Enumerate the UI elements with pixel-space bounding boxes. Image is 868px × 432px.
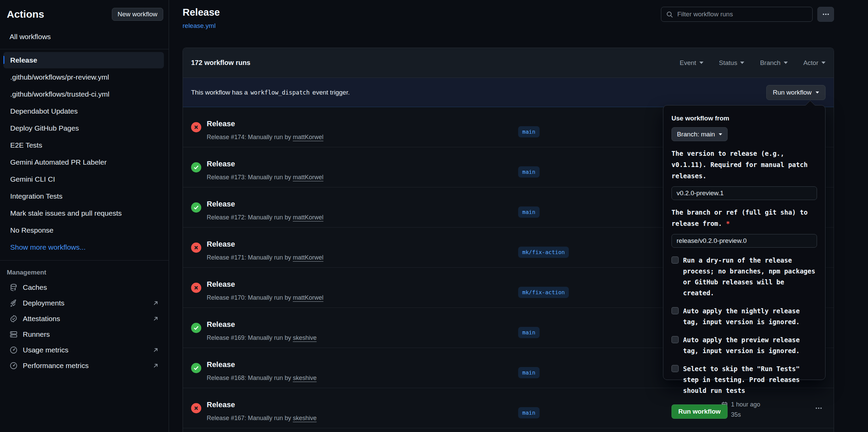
- run-description: Release #172: Manually run by mattKorwel: [207, 214, 323, 221]
- run-workflow-dropdown-button[interactable]: Run workflow: [766, 85, 826, 100]
- sidebar-item-workflow[interactable]: .github/workflows/pr-review.yml: [3, 69, 164, 85]
- branch-badge[interactable]: main: [518, 327, 540, 338]
- actor-link[interactable]: mattKorwel: [293, 294, 323, 301]
- sidebar-item-deployments[interactable]: Deployments: [3, 295, 164, 311]
- sidebar-item-workflow[interactable]: Gemini Automated PR Labeler: [3, 154, 164, 170]
- filter-dropdown-actor[interactable]: Actor: [803, 59, 826, 67]
- ref-input[interactable]: [671, 234, 817, 248]
- filter-dropdown-branch[interactable]: Branch: [760, 59, 787, 67]
- run-title-link[interactable]: Release: [207, 320, 235, 329]
- run-description: Release #169: Manually run by skeshive: [207, 334, 317, 342]
- checkbox-unchecked[interactable]: [671, 307, 679, 314]
- sidebar-item-label: Caches: [23, 283, 47, 292]
- branch-badge[interactable]: main: [518, 407, 540, 418]
- runs-panel-header: 172 workflow runs EventStatusBranchActor: [183, 48, 834, 78]
- version-input[interactable]: [671, 186, 817, 200]
- sidebar-item-workflow[interactable]: Gemini CLI CI: [3, 171, 164, 187]
- branch-badge[interactable]: main: [518, 126, 540, 137]
- sidebar-item-workflow[interactable]: .github/workflows/trusted-ci.yml: [3, 86, 164, 102]
- sidebar-divider: [0, 49, 169, 49]
- filter-workflow-runs-input[interactable]: [677, 10, 807, 18]
- sidebar-item-workflow[interactable]: No Response: [3, 222, 164, 238]
- filter-dropdown-label: Event: [680, 59, 696, 67]
- chevron-down-icon: [816, 92, 819, 94]
- checkbox-unchecked[interactable]: [671, 336, 679, 343]
- sidebar-item-workflow[interactable]: Dependabot Updates: [3, 103, 164, 119]
- arrow-up-right-icon: [152, 300, 159, 306]
- actor-link[interactable]: skeshive: [293, 334, 317, 341]
- filter-dropdown-event[interactable]: Event: [680, 59, 703, 67]
- sidebar-item-runners[interactable]: Runners: [3, 327, 164, 342]
- popup-checkbox-row: Auto apply the nightly release tag, inpu…: [671, 305, 817, 327]
- verified-icon: [10, 315, 18, 323]
- version-field-label: The version to release (e.g., v0.1.11). …: [671, 148, 817, 182]
- arrow-up-right-icon: [152, 362, 159, 369]
- management-list: CachesDeploymentsAttestationsRunnersUsag…: [0, 280, 169, 373]
- actor-link[interactable]: mattKorwel: [293, 134, 323, 140]
- status-success-icon: [191, 363, 201, 373]
- sidebar-item-workflow[interactable]: E2E Tests: [3, 137, 164, 153]
- arrow-up-right-icon: [152, 315, 159, 322]
- ref-field-label: The branch or ref (full git sha) to rele…: [671, 207, 817, 229]
- actions-sidebar: Actions New workflow All workflows Relea…: [0, 0, 169, 432]
- chevron-down-icon: [719, 133, 722, 135]
- run-title-link[interactable]: Release: [207, 360, 235, 369]
- chevron-down-icon: [784, 62, 788, 64]
- actor-link[interactable]: mattKorwel: [293, 174, 323, 181]
- branch-badge[interactable]: main: [518, 206, 540, 218]
- run-workflow-submit-button[interactable]: Run workflow: [671, 404, 728, 419]
- status-failure-icon: [191, 122, 201, 132]
- page-kebab-menu-button[interactable]: [817, 7, 834, 22]
- run-description: Release #174: Manually run by mattKorwel: [207, 134, 323, 141]
- workflow-file-link[interactable]: release.yml: [183, 22, 216, 30]
- actor-link[interactable]: skeshive: [293, 375, 317, 381]
- run-description: Release #170: Manually run by mattKorwel: [207, 294, 323, 301]
- sidebar-item-caches[interactable]: Caches: [3, 280, 164, 295]
- show-more-workflows-link[interactable]: Show more workflows...: [3, 239, 164, 255]
- checkbox-unchecked[interactable]: [671, 365, 679, 372]
- sidebar-item-all-workflows[interactable]: All workflows: [3, 29, 164, 44]
- run-title-link[interactable]: Release: [207, 160, 235, 168]
- filter-workflow-runs-box[interactable]: [661, 7, 813, 22]
- checkbox-label: Auto apply the preview release tag, inpu…: [683, 334, 817, 356]
- sidebar-item-usage-metrics[interactable]: Usage metrics: [3, 342, 164, 358]
- checkbox-label: Run a dry-run of the release process; no…: [683, 255, 817, 298]
- run-title-link[interactable]: Release: [207, 240, 235, 249]
- run-description: Release #173: Manually run by mattKorwel: [207, 174, 323, 181]
- sidebar-item-workflow[interactable]: Release: [3, 52, 164, 68]
- filter-dropdown-status[interactable]: Status: [719, 59, 745, 67]
- sidebar-item-workflow[interactable]: Integration Tests: [3, 188, 164, 204]
- kebab-icon: [822, 11, 830, 18]
- branch-badge[interactable]: main: [518, 367, 540, 378]
- actor-link[interactable]: skeshive: [293, 415, 317, 421]
- run-title-link[interactable]: Release: [207, 119, 235, 128]
- branch-badge[interactable]: mk/fix-action: [518, 247, 569, 258]
- popup-heading: Use workflow from: [671, 115, 817, 122]
- sidebar-item-workflow[interactable]: Mark stale issues and pull requests: [3, 205, 164, 221]
- filter-dropdown-label: Status: [719, 59, 737, 67]
- branch-badge[interactable]: main: [518, 166, 540, 178]
- sidebar-item-label: Usage metrics: [23, 346, 68, 354]
- run-title-link[interactable]: Release: [207, 400, 235, 409]
- branch-badge[interactable]: mk/fix-action: [518, 287, 569, 298]
- run-title-link[interactable]: Release: [207, 200, 235, 209]
- run-title-link[interactable]: Release: [207, 280, 235, 289]
- sidebar-item-performance-metrics[interactable]: Performance metrics: [3, 358, 164, 373]
- status-failure-icon: [191, 283, 201, 293]
- status-failure-icon: [191, 243, 201, 253]
- status-success-icon: [191, 202, 201, 213]
- actor-link[interactable]: mattKorwel: [293, 254, 323, 261]
- checkbox-label: Auto apply the nightly release tag, inpu…: [683, 305, 817, 327]
- sidebar-item-label: Deployments: [23, 299, 65, 307]
- search-icon: [666, 11, 673, 18]
- sidebar-item-workflow[interactable]: Deploy GitHub Pages: [3, 120, 164, 136]
- popup-checkbox-row: Auto apply the preview release tag, inpu…: [671, 334, 817, 356]
- sidebar-title: Actions: [7, 9, 44, 20]
- popup-checkbox-list: Run a dry-run of the release process; no…: [671, 255, 817, 396]
- checkbox-unchecked[interactable]: [671, 256, 679, 264]
- actor-link[interactable]: mattKorwel: [293, 214, 323, 221]
- branch-selector-button[interactable]: Branch: main: [671, 127, 728, 141]
- new-workflow-button[interactable]: New workflow: [112, 8, 163, 21]
- cache-icon: [10, 283, 18, 292]
- sidebar-item-attestations[interactable]: Attestations: [3, 311, 164, 327]
